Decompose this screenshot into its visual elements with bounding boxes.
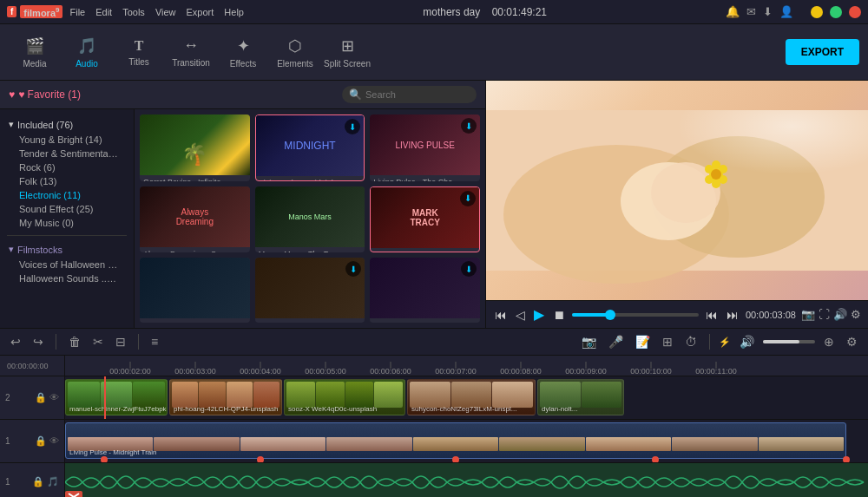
clip-phi[interactable]: phi-hoang-42LCH-QPJ4-unsplash bbox=[169, 379, 282, 415]
sidebar-young-bright[interactable]: Young & Bright (14) bbox=[7, 133, 127, 147]
detach-button[interactable]: ⊟ bbox=[112, 333, 129, 350]
clip-suhycon[interactable]: suhycon-choNlZeg73ILxM-unspl... bbox=[407, 379, 536, 415]
lock-icon-2[interactable]: 🔒 bbox=[35, 392, 47, 403]
progress-thumb bbox=[605, 310, 615, 320]
step-back-button[interactable]: ◁ bbox=[514, 306, 527, 324]
volume-button[interactable]: 🔊 bbox=[736, 333, 758, 350]
menu-edit[interactable]: Edit bbox=[95, 7, 112, 17]
timer-button[interactable]: ⏱ bbox=[681, 333, 700, 350]
volume-icon[interactable]: 🔊 bbox=[833, 308, 847, 321]
mosaic-button[interactable]: ⊞ bbox=[659, 333, 676, 350]
menu-view[interactable]: View bbox=[155, 7, 176, 17]
media-label-2: Living Pulse - The Cha... bbox=[370, 175, 480, 181]
account-icon[interactable]: 👤 bbox=[779, 5, 793, 18]
screenshot-icon[interactable]: 📷 bbox=[801, 308, 815, 321]
skip-back-button[interactable]: ⏮ bbox=[493, 306, 509, 324]
window-maximize[interactable] bbox=[830, 6, 842, 18]
timeline-tracks: 2 🔒 👁 manuel-schinner-ZwjFtuJ7ebpk-... bbox=[0, 376, 868, 497]
sidebar-rock[interactable]: Rock (6) bbox=[7, 160, 127, 174]
cam-button[interactable]: 📷 bbox=[578, 333, 600, 350]
sidebar-folk[interactable]: Folk (13) bbox=[7, 174, 127, 188]
media-card-1[interactable]: MIDNIGHT ⬇ Living Pulse - Midnight ... bbox=[255, 114, 365, 181]
window-minimize[interactable] bbox=[811, 6, 823, 18]
delete-button[interactable]: 🗑 bbox=[65, 333, 84, 350]
audio-label: Audio bbox=[76, 59, 98, 69]
project-title: mothers day 00:01:49:21 bbox=[423, 6, 547, 18]
video-actions: 📷 ⛶ 🔊 ⚙ bbox=[801, 308, 861, 321]
ruler-line-8 bbox=[586, 362, 587, 369]
window-close[interactable] bbox=[849, 6, 861, 18]
media-label: Media bbox=[23, 59, 46, 69]
speed-control: ⚡ bbox=[719, 337, 731, 348]
download-btn-5[interactable]: ⬇ bbox=[460, 191, 476, 206]
sidebar-halloween-sounds[interactable]: Halloween Sounds ... (25) bbox=[7, 271, 127, 285]
media-card-0[interactable]: 🌴 Garret Bevins - Infinite... bbox=[140, 114, 250, 181]
ruler-line-6 bbox=[456, 362, 457, 369]
music-icon-audio[interactable]: 🎵 bbox=[47, 476, 59, 487]
download-icon[interactable]: ⬇ bbox=[763, 5, 773, 18]
cut-button[interactable]: ✂ bbox=[89, 333, 107, 350]
menu-file[interactable]: File bbox=[69, 7, 85, 17]
audio-track-icons: 🔒 🎵 bbox=[32, 476, 59, 487]
media-card-8[interactable]: ⬇ ... bbox=[370, 258, 480, 323]
settings-icon[interactable]: ⚙ bbox=[851, 308, 861, 321]
list-view-button[interactable]: ≡ bbox=[148, 333, 161, 350]
included-header[interactable]: ▾ Included (76) bbox=[7, 116, 127, 133]
sidebar-sound-effect[interactable]: Sound Effect (25) bbox=[7, 202, 127, 216]
transition-label: Transition bbox=[172, 58, 210, 68]
menu-export[interactable]: Export bbox=[187, 7, 214, 17]
menu-help[interactable]: Help bbox=[224, 7, 244, 17]
sidebar-my-music[interactable]: My Music (0) bbox=[7, 216, 127, 230]
fullscreen-icon[interactable]: ⛶ bbox=[819, 308, 830, 321]
panel-header: ♥ ♥ Favorite (1) 🔍 bbox=[0, 81, 485, 109]
audio-record-button[interactable]: 🎤 bbox=[605, 333, 627, 350]
export-button[interactable]: EXPORT bbox=[786, 39, 859, 65]
marker-3 bbox=[652, 456, 659, 462]
bell-icon[interactable]: 🔔 bbox=[726, 5, 740, 18]
download-btn-2[interactable]: ⬇ bbox=[461, 118, 477, 134]
eye-icon-1[interactable]: 👁 bbox=[49, 435, 59, 447]
redo-button[interactable]: ↪ bbox=[30, 333, 47, 350]
media-card-7[interactable]: ⬇ ... bbox=[255, 258, 365, 323]
clip-sooz[interactable]: sooz-X WeK4qD0c-unsplash bbox=[284, 379, 405, 415]
lock-icon-audio[interactable]: 🔒 bbox=[32, 476, 44, 487]
media-card-6[interactable]: ... bbox=[140, 258, 250, 323]
track-icons-1: 🔒 👁 bbox=[35, 435, 59, 447]
toolbar-elements[interactable]: ⬡ Elements bbox=[269, 29, 321, 76]
search-input[interactable] bbox=[365, 89, 470, 100]
toolbar-transition[interactable]: ↔ Transition bbox=[165, 29, 217, 76]
eye-icon-2[interactable]: 👁 bbox=[49, 392, 59, 403]
svg-rect-13 bbox=[486, 110, 868, 271]
undo-button[interactable]: ↩ bbox=[7, 333, 24, 350]
media-card-4[interactable]: Manos Mars Manos Mars - The Tun... bbox=[255, 186, 365, 253]
settings-button-2[interactable]: ⚙ bbox=[843, 333, 861, 350]
search-box[interactable]: 🔍 bbox=[342, 86, 477, 103]
menu-tools[interactable]: Tools bbox=[122, 7, 145, 17]
stop-button[interactable]: ⏹ bbox=[551, 306, 567, 324]
sidebar-tender-sentimental[interactable]: Tender & Sentimental (7) bbox=[7, 147, 127, 160]
more-options-button[interactable]: ⊕ bbox=[820, 333, 838, 350]
message-icon[interactable]: ✉ bbox=[746, 5, 756, 18]
clip-dylan[interactable]: dylan-nolt... bbox=[537, 379, 624, 415]
toolbar-media[interactable]: 🎬 Media bbox=[9, 29, 61, 76]
media-card-2[interactable]: LIVING PULSE ⬇ Living Pulse - The Cha... bbox=[370, 114, 480, 181]
clip-living-pulse[interactable]: Living Pulse - Midnight Train bbox=[65, 422, 846, 459]
filmstocks-header[interactable]: ▾ Filmstocks bbox=[7, 241, 127, 258]
media-card-5[interactable]: MARKTRACY ⬇ Mark Tracy - Keep On bbox=[370, 186, 480, 253]
clip-manuel[interactable]: manuel-schinner-ZwjFtuJ7ebpk-... bbox=[65, 379, 168, 415]
toolbar-split-screen[interactable]: ⊞ Split Screen bbox=[321, 29, 373, 76]
sidebar-electronic[interactable]: Electronic (11) bbox=[7, 188, 127, 202]
next-frame-button[interactable]: ⏭ bbox=[725, 306, 740, 324]
prev-frame-button[interactable]: ⏮ bbox=[704, 306, 720, 324]
play-button[interactable]: ▶ bbox=[532, 304, 546, 324]
progress-bar[interactable] bbox=[572, 313, 699, 317]
volume-slider[interactable] bbox=[763, 340, 815, 343]
toolbar-effects[interactable]: ✦ Effects bbox=[217, 29, 269, 76]
annotation-button[interactable]: 📝 bbox=[632, 333, 654, 350]
media-card-3[interactable]: AlwaysDreaming Always Dreaming - Sa... bbox=[140, 186, 250, 253]
sidebar-voices-halloween[interactable]: Voices of Halloween (25) bbox=[7, 258, 127, 271]
toolbar-audio[interactable]: 🎵 Audio bbox=[61, 29, 113, 76]
time-display: 00:00:03:08 bbox=[746, 310, 796, 320]
toolbar-titles[interactable]: T Titles bbox=[113, 29, 165, 76]
lock-icon-1[interactable]: 🔒 bbox=[35, 435, 47, 447]
